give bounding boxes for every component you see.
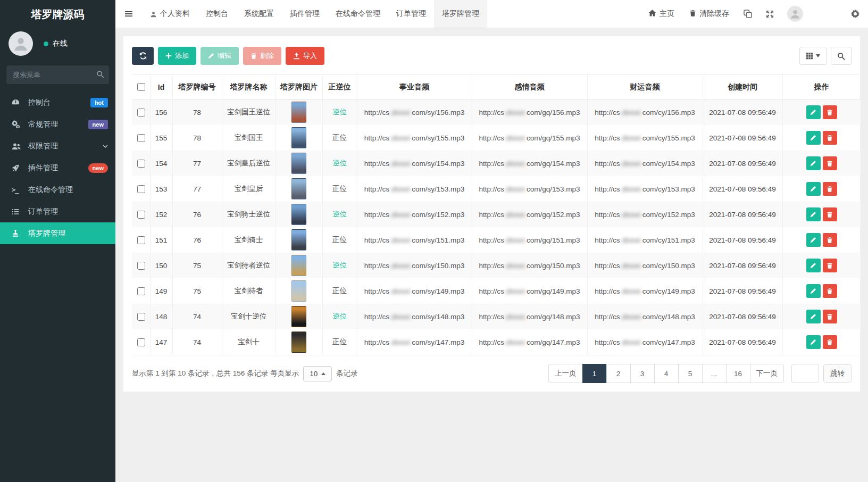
page-button-...[interactable]: ... (702, 364, 727, 383)
delete-button[interactable]: 删除 (243, 47, 281, 65)
language-icon[interactable] (737, 10, 759, 18)
jump-page-input[interactable] (791, 364, 819, 383)
row-checkbox[interactable] (137, 109, 145, 117)
select-cell (132, 278, 150, 304)
page-button-4[interactable]: 4 (654, 364, 679, 383)
page-button-上一页[interactable]: 上一页 (548, 364, 583, 383)
position-value: 正位 (332, 236, 347, 244)
row-edit-button[interactable] (806, 310, 821, 323)
tab-profile[interactable]: 个人资料 (142, 0, 198, 28)
page-size-value: 10 (310, 370, 318, 378)
love-audio-cell: http://cs.dkewl.com/gq/148.mp3 (472, 304, 587, 329)
sidebar-item-order[interactable]: 订单管理 (0, 201, 115, 222)
row-edit-button[interactable] (806, 207, 821, 221)
settings-gear-icon[interactable] (851, 10, 859, 18)
row-checkbox[interactable] (137, 134, 145, 142)
row-delete-button[interactable] (823, 182, 837, 196)
url-prefix: http://cs (595, 134, 620, 142)
page-button-16[interactable]: 16 (726, 364, 750, 383)
wealth-audio-cell: http://cs.dkewl.com/cy/150.mp3 (587, 253, 703, 278)
row-delete-button[interactable] (823, 259, 837, 272)
url-prefix: http://cs (595, 211, 620, 219)
row-delete-button[interactable] (823, 284, 837, 298)
tab-console[interactable]: 控制台 (198, 0, 236, 28)
trash-icon (251, 53, 257, 60)
row-checkbox[interactable] (137, 338, 145, 346)
position-cell: 正位 (322, 125, 357, 151)
menu-search-input[interactable] (6, 65, 109, 84)
row-checkbox[interactable] (137, 287, 145, 295)
row-checkbox[interactable] (137, 262, 145, 270)
row-checkbox[interactable] (137, 160, 145, 168)
columns-button[interactable] (799, 47, 827, 65)
sidebar-item-command[interactable]: >_在线命令管理 (0, 179, 115, 201)
sidebar-item-auth[interactable]: 权限管理 (0, 135, 115, 157)
url-path: com/gq/152.mp3 (527, 211, 580, 219)
id-cell: 155 (150, 125, 172, 151)
row-delete-button[interactable] (823, 233, 837, 247)
row-edit-button[interactable] (806, 335, 821, 349)
card-name-cell: 宝剑十逆位 (222, 304, 276, 329)
tab-order[interactable]: 订单管理 (388, 0, 434, 28)
row-edit-button[interactable] (806, 131, 821, 145)
url-path: com/gq/156.mp3 (527, 109, 580, 117)
tab-tarot[interactable]: 塔罗牌管理 (434, 0, 487, 28)
page-size-select[interactable]: 10 (303, 366, 332, 381)
url-blurred-part: .dkewl. (389, 262, 412, 270)
row-delete-button[interactable] (823, 156, 837, 170)
tab-config[interactable]: 系统配置 (236, 0, 282, 28)
home-label: 主页 (660, 9, 674, 19)
row-checkbox[interactable] (137, 236, 145, 244)
page-button-5[interactable]: 5 (678, 364, 703, 383)
url-prefix: http://cs (595, 338, 620, 346)
row-edit-button[interactable] (806, 156, 821, 170)
row-checkbox[interactable] (137, 185, 145, 193)
jump-button[interactable]: 跳转 (823, 364, 852, 383)
url-blurred-part: .dkewl. (504, 160, 527, 168)
card-name-cell: 宝剑十 (222, 329, 276, 355)
url-prefix: http://cs (479, 287, 504, 295)
card-image-cell (276, 176, 322, 202)
row-edit-button[interactable] (806, 259, 821, 272)
edit-button[interactable]: 编辑 (201, 47, 239, 65)
page-button-下一页[interactable]: 下一页 (750, 364, 784, 383)
clear-cache-link[interactable]: 清除缓存 (682, 9, 737, 19)
card-image-cell (276, 202, 322, 227)
row-edit-button[interactable] (806, 105, 821, 119)
row-edit-button[interactable] (806, 284, 821, 298)
import-button[interactable]: 导入 (286, 47, 324, 65)
table-search-button[interactable] (831, 47, 852, 65)
refresh-button[interactable] (132, 47, 154, 65)
row-delete-button[interactable] (823, 207, 837, 221)
user-avatar[interactable] (787, 6, 803, 22)
row-delete-button[interactable] (823, 335, 837, 349)
select-all-checkbox[interactable] (137, 83, 145, 91)
search-icon[interactable] (96, 70, 104, 80)
page-button-3[interactable]: 3 (630, 364, 655, 383)
position-value: 正位 (332, 134, 347, 142)
hamburger-icon[interactable] (115, 10, 142, 18)
love-audio-cell: http://cs.dkewl.com/gq/149.mp3 (472, 278, 587, 304)
row-checkbox[interactable] (137, 211, 145, 219)
url-path: com/cy/155.mp3 (642, 134, 695, 142)
sidebar-item-tarot[interactable]: 塔罗牌管理 (0, 222, 115, 244)
row-edit-button[interactable] (806, 233, 821, 247)
url-path: com/sy/150.mp3 (412, 262, 464, 270)
sidebar-item-general[interactable]: 常规管理new (0, 113, 115, 135)
url-path: com/cy/154.mp3 (642, 160, 695, 168)
tab-command[interactable]: 在线命令管理 (328, 0, 388, 28)
add-button[interactable]: 添加 (158, 47, 196, 65)
fullscreen-icon[interactable] (759, 10, 781, 18)
sidebar-item-console[interactable]: 控制台hot (0, 92, 115, 113)
page-button-1[interactable]: 1 (582, 364, 607, 383)
row-delete-button[interactable] (823, 131, 837, 145)
page-button-2[interactable]: 2 (606, 364, 631, 383)
home-link[interactable]: 主页 (641, 9, 682, 19)
row-delete-button[interactable] (823, 310, 837, 323)
tab-addon[interactable]: 插件管理 (282, 0, 328, 28)
row-edit-button[interactable] (806, 182, 821, 196)
row-delete-button[interactable] (823, 105, 837, 119)
row-checkbox[interactable] (137, 313, 145, 321)
sidebar-item-addon[interactable]: 插件管理new (0, 157, 115, 179)
id-cell: 154 (150, 151, 172, 176)
